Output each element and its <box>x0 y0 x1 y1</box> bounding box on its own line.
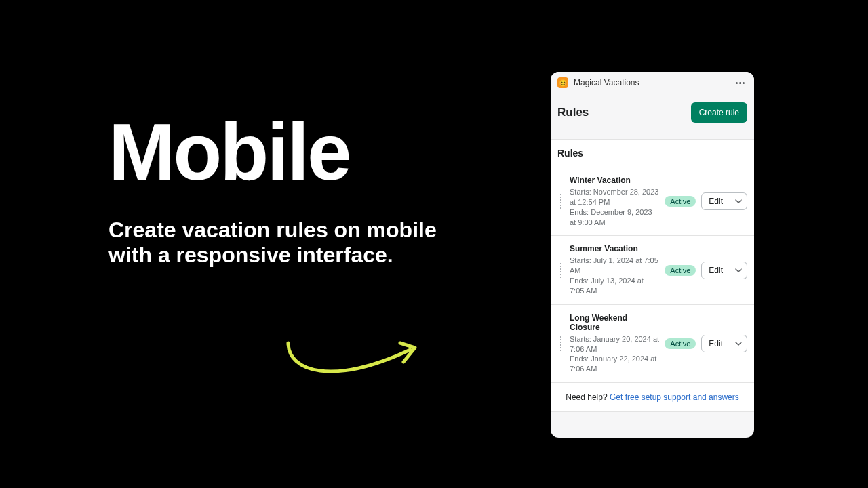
rule-name: Long Weekend Closure <box>570 313 659 332</box>
help-link[interactable]: Get free setup support and answers <box>610 392 739 402</box>
rule-dates: Starts: January 20, 2024 at 7:06 AM Ends… <box>570 334 659 374</box>
card-header: Rules <box>551 140 754 167</box>
rule-dates: Starts: July 1, 2024 at 7:05 AM Ends: Ju… <box>570 256 659 296</box>
chevron-down-icon <box>735 340 742 347</box>
more-icon[interactable] <box>733 79 747 87</box>
edit-button[interactable]: Edit <box>701 262 730 279</box>
rule-ends: Ends: January 22, 2024 at 7:06 AM <box>570 354 659 374</box>
status-badge: Active <box>665 338 696 349</box>
rule-info: Summer Vacation Starts: July 1, 2024 at … <box>570 244 659 296</box>
arrow-icon <box>285 338 420 392</box>
rule-info: Winter Vacation Starts: November 28, 202… <box>570 176 659 227</box>
hero-subtitle: Create vacation rules on mobile with a r… <box>108 218 461 268</box>
rule-ends: Ends: December 9, 2023 at 9:00 AM <box>570 207 659 228</box>
rule-name: Winter Vacation <box>570 176 659 185</box>
page-title: Rules <box>557 106 589 119</box>
edit-button[interactable]: Edit <box>701 192 730 210</box>
edit-button[interactable]: Edit <box>701 335 730 352</box>
create-rule-button[interactable]: Create rule <box>691 102 747 123</box>
rule-row: Winter Vacation Starts: November 28, 202… <box>551 167 754 236</box>
rule-dates: Starts: November 28, 2023 at 12:54 PM En… <box>570 187 659 227</box>
edit-dropdown-button[interactable] <box>730 192 747 210</box>
app-name: Magical Vacations <box>574 78 733 87</box>
page-header: Rules Create rule <box>551 94 754 131</box>
rules-card: Rules Winter Vacation Starts: November 2… <box>551 139 754 383</box>
edit-button-group: Edit <box>701 335 747 352</box>
edit-dropdown-button[interactable] <box>730 262 747 279</box>
rule-row: Long Weekend Closure Starts: January 20,… <box>551 305 754 382</box>
edit-button-group: Edit <box>701 262 747 279</box>
drag-handle-icon[interactable] <box>557 194 564 209</box>
rule-starts: Starts: January 20, 2024 at 7:06 AM <box>570 334 659 354</box>
drag-handle-icon[interactable] <box>557 263 564 278</box>
chevron-down-icon <box>735 198 742 205</box>
app-header: 😊 Magical Vacations <box>551 72 754 94</box>
drag-handle-icon[interactable] <box>557 336 564 351</box>
rule-row: Summer Vacation Starts: July 1, 2024 at … <box>551 236 754 304</box>
help-prefix: Need help? <box>566 392 610 402</box>
rule-name: Summer Vacation <box>570 244 659 253</box>
hero-title: Mobile <box>108 112 461 192</box>
hero-section: Mobile Create vacation rules on mobile w… <box>108 112 461 268</box>
mobile-mockup: 😊 Magical Vacations Rules Create rule Ru… <box>551 72 754 438</box>
chevron-down-icon <box>735 267 742 274</box>
rule-info: Long Weekend Closure Starts: January 20,… <box>570 313 659 374</box>
edit-dropdown-button[interactable] <box>730 335 747 352</box>
rule-starts: Starts: July 1, 2024 at 7:05 AM <box>570 256 659 276</box>
app-icon: 😊 <box>557 77 568 88</box>
rule-ends: Ends: July 13, 2024 at 7:05 AM <box>570 276 659 296</box>
rule-starts: Starts: November 28, 2023 at 12:54 PM <box>570 187 659 207</box>
status-badge: Active <box>665 265 696 276</box>
edit-button-group: Edit <box>701 192 747 210</box>
help-row: Need help? Get free setup support and an… <box>551 383 754 412</box>
status-badge: Active <box>665 196 696 207</box>
